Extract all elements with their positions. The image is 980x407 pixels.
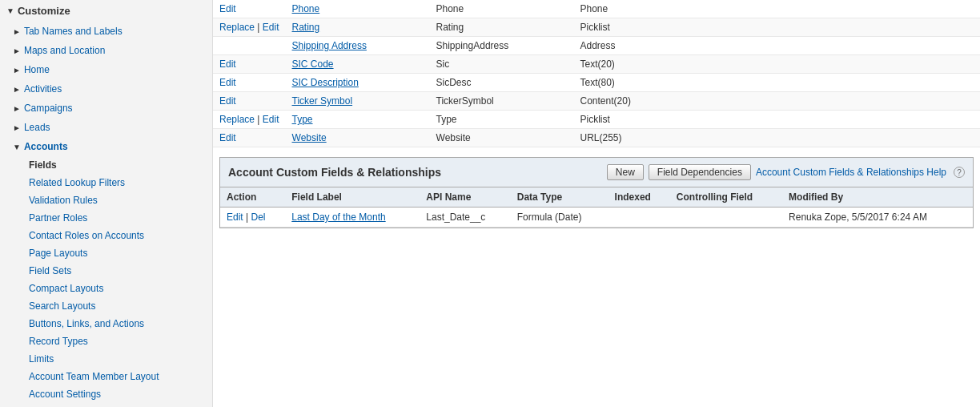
table-row: Shipping AddressShippingAddressAddress xyxy=(213,37,980,55)
api-name-cell: Website xyxy=(430,129,574,147)
action-cell: Edit xyxy=(213,55,286,74)
sidebar-sub-page-layouts-label: Page Layouts xyxy=(29,248,87,259)
table-row: EditSIC DescriptionSicDescText(80) xyxy=(213,74,980,92)
edit-link[interactable]: Edit xyxy=(219,95,236,107)
api-name-cell: Phone xyxy=(430,0,574,18)
sidebar-sub-account-team[interactable]: Account Team Member Layout xyxy=(22,368,212,385)
field-label-cell: SIC Code xyxy=(286,55,430,74)
table-row: Replace | EditTypeTypePicklist xyxy=(213,111,980,129)
custom-edit-link[interactable]: Edit xyxy=(227,212,243,223)
table-row: EditTicker SymbolTickerSymbolContent(20) xyxy=(213,92,980,111)
sidebar-sub-buttons-links-label: Buttons, Links, and Actions xyxy=(29,318,144,329)
sidebar-sub-page-layouts[interactable]: Page Layouts xyxy=(22,244,212,262)
api-name-cell: Type xyxy=(430,111,574,129)
field-label-link[interactable]: Rating xyxy=(292,22,320,33)
api-name-cell: Rating xyxy=(430,18,574,37)
action-cell: Replace | Edit xyxy=(213,18,286,37)
sidebar-item-campaigns[interactable]: ► Campaigns xyxy=(0,99,212,118)
main-content: EditPhonePhonePhoneReplace | EditRatingR… xyxy=(213,0,980,407)
field-label-link[interactable]: SIC Description xyxy=(292,77,359,88)
edit-link[interactable]: Edit xyxy=(219,58,236,70)
field-label-link[interactable]: Shipping Address xyxy=(292,40,367,51)
sidebar-sub-field-sets-label: Field Sets xyxy=(29,265,71,276)
sidebar: ▼ Customize ► Tab Names and Labels ► Map… xyxy=(0,0,213,407)
edit-link[interactable]: Edit xyxy=(263,114,279,125)
sidebar-sub-account-settings[interactable]: Account Settings xyxy=(22,385,212,403)
tab-names-arrow-icon: ► xyxy=(13,27,21,36)
edit-link[interactable]: Edit xyxy=(219,132,236,143)
new-button[interactable]: New xyxy=(607,164,644,180)
sidebar-sub-fields[interactable]: Fields xyxy=(22,156,212,174)
sidebar-sub-validation-rules-label: Validation Rules xyxy=(29,195,98,206)
sidebar-sub-related-lookup[interactable]: Related Lookup Filters xyxy=(22,174,212,191)
sidebar-sub-compact-layouts[interactable]: Compact Layouts xyxy=(22,280,212,297)
edit-link[interactable]: Edit xyxy=(219,3,236,14)
sidebar-item-activities-label: Activities xyxy=(24,83,62,95)
custom-del-link[interactable]: Del xyxy=(251,212,265,223)
field-dependencies-button[interactable]: Field Dependencies xyxy=(649,164,751,180)
custom-modified-by-cell: Renuka Zope, 5/5/2017 6:24 AM xyxy=(782,208,973,228)
data-type-cell: Picklist xyxy=(574,18,980,37)
sidebar-sub-record-types[interactable]: Record Types xyxy=(22,332,212,350)
data-type-cell: Text(80) xyxy=(574,74,980,92)
api-name-cell: Sic xyxy=(430,55,574,74)
custom-fields-section: Account Custom Fields & Relationships Ne… xyxy=(219,157,974,228)
custom-fields-header: Account Custom Fields & Relationships Ne… xyxy=(220,158,973,187)
standard-fields-table: EditPhonePhonePhoneReplace | EditRatingR… xyxy=(213,0,980,147)
sidebar-sub-account-team-label: Account Team Member Layout xyxy=(29,371,159,382)
col-controlling-field: Controlling Field xyxy=(670,187,782,208)
sidebar-item-accounts-label: Accounts xyxy=(24,141,68,152)
sidebar-item-maps-location[interactable]: ► Maps and Location xyxy=(0,41,212,60)
field-label-cell: Ticker Symbol xyxy=(286,92,430,111)
custom-table-row: Edit | DelLast Day of the MonthLast_Date… xyxy=(220,208,973,228)
field-label-link[interactable]: Phone xyxy=(292,3,320,14)
help-link[interactable]: Account Custom Fields & Relationships He… xyxy=(756,167,946,178)
field-label-cell: Phone xyxy=(286,0,430,18)
col-action: Action xyxy=(220,187,285,208)
data-type-cell: Picklist xyxy=(574,111,980,129)
sidebar-sub-limits[interactable]: Limits xyxy=(22,350,212,368)
field-label-cell: Type xyxy=(286,111,430,129)
custom-field-label-link[interactable]: Last Day of the Month xyxy=(291,212,385,223)
data-type-cell: Address xyxy=(574,37,980,55)
table-row: Replace | EditRatingRatingPicklist xyxy=(213,18,980,37)
col-field-label: Field Label xyxy=(285,187,420,208)
edit-link[interactable]: Edit xyxy=(219,77,236,88)
maps-location-arrow-icon: ► xyxy=(13,46,21,55)
sidebar-item-campaigns-label: Campaigns xyxy=(24,103,73,114)
home-arrow-icon: ► xyxy=(13,66,21,75)
sidebar-sub-contact-roles-label: Contact Roles on Accounts xyxy=(29,230,144,241)
sidebar-item-activities[interactable]: ► Activities xyxy=(0,79,212,99)
sidebar-sub-validation-rules[interactable]: Validation Rules xyxy=(22,191,212,209)
customize-arrow-icon: ▼ xyxy=(6,6,14,15)
sidebar-item-home[interactable]: ► Home xyxy=(0,60,212,79)
sidebar-sub-partner-roles[interactable]: Partner Roles xyxy=(22,209,212,227)
replace-link[interactable]: Replace xyxy=(219,114,255,125)
edit-link[interactable]: Edit xyxy=(263,22,279,33)
sidebar-item-tab-names[interactable]: ► Tab Names and Labels xyxy=(0,22,212,41)
field-label-link[interactable]: Type xyxy=(292,114,313,125)
col-api-name: API Name xyxy=(420,187,510,208)
action-cell: Edit xyxy=(213,0,286,18)
sidebar-item-leads[interactable]: ► Leads xyxy=(0,118,212,137)
sidebar-sub-buttons-links[interactable]: Buttons, Links, and Actions xyxy=(22,315,212,332)
sidebar-item-accounts[interactable]: ▼ Accounts xyxy=(0,137,212,156)
data-type-cell: Content(20) xyxy=(574,92,980,111)
sidebar-sub-fields-label: Fields xyxy=(29,159,57,171)
sidebar-sub-field-sets[interactable]: Field Sets xyxy=(22,262,212,280)
sidebar-sub-search-layouts[interactable]: Search Layouts xyxy=(22,297,212,315)
custom-controlling-cell xyxy=(670,208,782,228)
campaigns-arrow-icon: ► xyxy=(13,104,21,113)
sidebar-sub-compact-layouts-label: Compact Layouts xyxy=(29,283,103,294)
field-label-link[interactable]: SIC Code xyxy=(292,58,334,70)
replace-link[interactable]: Replace xyxy=(219,22,255,33)
field-label-link[interactable]: Ticker Symbol xyxy=(292,95,353,107)
custom-action-cell: Edit | Del xyxy=(220,208,285,228)
sidebar-sub-contact-roles[interactable]: Contact Roles on Accounts xyxy=(22,227,212,244)
help-icon[interactable]: ? xyxy=(954,167,965,178)
field-label-cell: Website xyxy=(286,129,430,147)
custom-fields-title: Account Custom Fields & Relationships xyxy=(228,166,441,179)
custom-data-type-cell: Formula (Date) xyxy=(511,208,608,228)
sidebar-item-tab-names-label: Tab Names and Labels xyxy=(24,26,122,37)
field-label-link[interactable]: Website xyxy=(292,132,327,143)
